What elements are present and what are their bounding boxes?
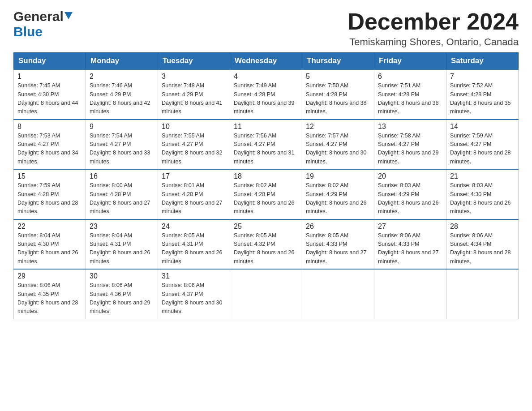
day-number: 7 xyxy=(450,73,515,81)
day-info: Sunrise: 7:54 AMSunset: 4:27 PMDaylight:… xyxy=(90,132,154,167)
day-info: Sunrise: 8:02 AMSunset: 4:28 PMDaylight:… xyxy=(234,181,298,216)
day-info: Sunrise: 8:06 AMSunset: 4:34 PMDaylight:… xyxy=(450,231,515,266)
weekday-header-monday: Monday xyxy=(86,53,158,70)
calendar-day-26: 26Sunrise: 8:05 AMSunset: 4:33 PMDayligh… xyxy=(302,219,374,270)
day-info: Sunrise: 7:52 AMSunset: 4:28 PMDaylight:… xyxy=(450,81,515,116)
calendar-day-16: 16Sunrise: 8:00 AMSunset: 4:28 PMDayligh… xyxy=(86,169,158,219)
day-info: Sunrise: 7:48 AMSunset: 4:29 PMDaylight:… xyxy=(162,81,226,116)
title-area: December 2024 Temiskaming Shores, Ontari… xyxy=(348,9,519,48)
day-info: Sunrise: 8:03 AMSunset: 4:29 PMDaylight:… xyxy=(378,181,442,216)
weekday-header-friday: Friday xyxy=(374,53,446,70)
calendar-day-31: 31Sunrise: 8:06 AMSunset: 4:37 PMDayligh… xyxy=(158,269,230,319)
day-number: 1 xyxy=(17,73,82,81)
day-number: 22 xyxy=(17,223,82,231)
calendar-day-27: 27Sunrise: 8:06 AMSunset: 4:33 PMDayligh… xyxy=(374,219,446,270)
day-number: 31 xyxy=(162,272,226,280)
day-number: 23 xyxy=(90,223,154,231)
calendar-day-28: 28Sunrise: 8:06 AMSunset: 4:34 PMDayligh… xyxy=(446,219,519,270)
day-info: Sunrise: 8:04 AMSunset: 4:31 PMDaylight:… xyxy=(90,231,154,266)
calendar-day-3: 3Sunrise: 7:48 AMSunset: 4:29 PMDaylight… xyxy=(158,69,230,120)
calendar-week-row: 8Sunrise: 7:53 AMSunset: 4:27 PMDaylight… xyxy=(14,120,519,170)
month-title: December 2024 xyxy=(348,9,519,34)
day-info: Sunrise: 8:05 AMSunset: 4:32 PMDaylight:… xyxy=(234,231,298,266)
calendar-day-22: 22Sunrise: 8:04 AMSunset: 4:30 PMDayligh… xyxy=(14,219,86,270)
logo-blue-text: Blue xyxy=(13,24,43,39)
day-number: 27 xyxy=(378,223,442,231)
logo-general-text: General xyxy=(13,9,64,24)
day-info: Sunrise: 7:45 AMSunset: 4:30 PMDaylight:… xyxy=(17,81,82,116)
calendar-day-6: 6Sunrise: 7:51 AMSunset: 4:28 PMDaylight… xyxy=(374,69,446,120)
day-info: Sunrise: 7:46 AMSunset: 4:29 PMDaylight:… xyxy=(90,81,154,116)
day-number: 5 xyxy=(306,73,370,81)
calendar-day-17: 17Sunrise: 8:01 AMSunset: 4:28 PMDayligh… xyxy=(158,169,230,219)
day-number: 15 xyxy=(17,172,82,180)
calendar-day-empty xyxy=(230,269,302,319)
day-number: 6 xyxy=(378,73,442,81)
calendar-day-2: 2Sunrise: 7:46 AMSunset: 4:29 PMDaylight… xyxy=(86,69,158,120)
day-number: 17 xyxy=(162,172,226,180)
weekday-header-wednesday: Wednesday xyxy=(230,53,302,70)
weekday-header-sunday: Sunday xyxy=(14,53,86,70)
calendar-week-row: 29Sunrise: 8:06 AMSunset: 4:35 PMDayligh… xyxy=(14,269,519,319)
day-number: 9 xyxy=(90,123,154,131)
day-number: 30 xyxy=(90,272,154,280)
day-number: 14 xyxy=(450,123,515,131)
day-number: 26 xyxy=(306,223,370,231)
calendar-day-21: 21Sunrise: 8:03 AMSunset: 4:30 PMDayligh… xyxy=(446,169,519,219)
calendar-day-1: 1Sunrise: 7:45 AMSunset: 4:30 PMDaylight… xyxy=(14,69,86,120)
day-info: Sunrise: 8:06 AMSunset: 4:33 PMDaylight:… xyxy=(378,231,442,266)
day-info: Sunrise: 7:56 AMSunset: 4:27 PMDaylight:… xyxy=(234,132,298,167)
day-number: 29 xyxy=(17,272,82,280)
weekday-header-tuesday: Tuesday xyxy=(158,53,230,70)
day-number: 13 xyxy=(378,123,442,131)
calendar-day-19: 19Sunrise: 8:02 AMSunset: 4:29 PMDayligh… xyxy=(302,169,374,219)
day-number: 12 xyxy=(306,123,370,131)
day-info: Sunrise: 8:00 AMSunset: 4:28 PMDaylight:… xyxy=(90,181,154,216)
day-number: 25 xyxy=(234,223,298,231)
day-number: 11 xyxy=(234,123,298,131)
calendar-week-row: 15Sunrise: 7:59 AMSunset: 4:28 PMDayligh… xyxy=(14,169,519,219)
day-info: Sunrise: 8:03 AMSunset: 4:30 PMDaylight:… xyxy=(450,181,515,216)
weekday-header-row: SundayMondayTuesdayWednesdayThursdayFrid… xyxy=(14,53,519,70)
page-header: General Blue December 2024 Temiskaming S… xyxy=(13,9,519,48)
calendar-day-empty xyxy=(374,269,446,319)
day-info: Sunrise: 8:05 AMSunset: 4:33 PMDaylight:… xyxy=(306,231,370,266)
day-info: Sunrise: 7:59 AMSunset: 4:28 PMDaylight:… xyxy=(17,181,82,216)
calendar-table: SundayMondayTuesdayWednesdayThursdayFrid… xyxy=(13,52,519,319)
calendar-day-9: 9Sunrise: 7:54 AMSunset: 4:27 PMDaylight… xyxy=(86,120,158,170)
calendar-day-25: 25Sunrise: 8:05 AMSunset: 4:32 PMDayligh… xyxy=(230,219,302,270)
day-number: 28 xyxy=(450,223,515,231)
svg-marker-0 xyxy=(64,12,73,19)
day-number: 21 xyxy=(450,172,515,180)
calendar-day-29: 29Sunrise: 8:06 AMSunset: 4:35 PMDayligh… xyxy=(14,269,86,319)
day-number: 2 xyxy=(90,73,154,81)
day-info: Sunrise: 8:06 AMSunset: 4:37 PMDaylight:… xyxy=(162,281,226,316)
calendar-day-7: 7Sunrise: 7:52 AMSunset: 4:28 PMDaylight… xyxy=(446,69,519,120)
day-info: Sunrise: 7:58 AMSunset: 4:27 PMDaylight:… xyxy=(378,132,442,167)
day-info: Sunrise: 8:06 AMSunset: 4:36 PMDaylight:… xyxy=(90,281,154,316)
day-info: Sunrise: 8:06 AMSunset: 4:35 PMDaylight:… xyxy=(17,281,82,316)
calendar-day-12: 12Sunrise: 7:57 AMSunset: 4:27 PMDayligh… xyxy=(302,120,374,170)
calendar-day-10: 10Sunrise: 7:55 AMSunset: 4:27 PMDayligh… xyxy=(158,120,230,170)
day-number: 24 xyxy=(162,223,226,231)
calendar-week-row: 22Sunrise: 8:04 AMSunset: 4:30 PMDayligh… xyxy=(14,219,519,270)
day-info: Sunrise: 7:49 AMSunset: 4:28 PMDaylight:… xyxy=(234,81,298,116)
day-info: Sunrise: 8:05 AMSunset: 4:31 PMDaylight:… xyxy=(162,231,226,266)
day-info: Sunrise: 7:50 AMSunset: 4:28 PMDaylight:… xyxy=(306,81,370,116)
day-info: Sunrise: 7:59 AMSunset: 4:27 PMDaylight:… xyxy=(450,132,515,167)
day-info: Sunrise: 8:02 AMSunset: 4:29 PMDaylight:… xyxy=(306,181,370,216)
calendar-day-24: 24Sunrise: 8:05 AMSunset: 4:31 PMDayligh… xyxy=(158,219,230,270)
calendar-week-row: 1Sunrise: 7:45 AMSunset: 4:30 PMDaylight… xyxy=(14,69,519,120)
day-info: Sunrise: 7:57 AMSunset: 4:27 PMDaylight:… xyxy=(306,132,370,167)
calendar-day-5: 5Sunrise: 7:50 AMSunset: 4:28 PMDaylight… xyxy=(302,69,374,120)
calendar-day-15: 15Sunrise: 7:59 AMSunset: 4:28 PMDayligh… xyxy=(14,169,86,219)
day-number: 20 xyxy=(378,172,442,180)
calendar-day-30: 30Sunrise: 8:06 AMSunset: 4:36 PMDayligh… xyxy=(86,269,158,319)
day-number: 19 xyxy=(306,172,370,180)
day-number: 18 xyxy=(234,172,298,180)
day-info: Sunrise: 7:51 AMSunset: 4:28 PMDaylight:… xyxy=(378,81,442,116)
day-number: 4 xyxy=(234,73,298,81)
weekday-header-saturday: Saturday xyxy=(446,53,519,70)
location-subtitle: Temiskaming Shores, Ontario, Canada xyxy=(348,36,519,48)
day-info: Sunrise: 8:04 AMSunset: 4:30 PMDaylight:… xyxy=(17,231,82,266)
